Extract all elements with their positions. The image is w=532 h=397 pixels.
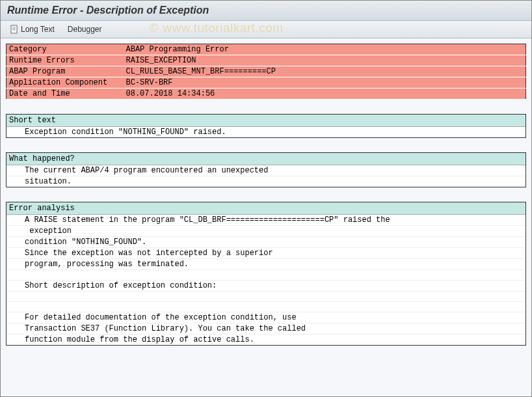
meta-value: ABAP Programming Error bbox=[124, 44, 526, 55]
section-body: The current ABAP/4 program encountered a… bbox=[7, 165, 525, 187]
text-line: A RAISE statement in the program "CL_DB_… bbox=[7, 215, 525, 226]
section-body: A RAISE statement in the program "CL_DB_… bbox=[7, 215, 525, 345]
error-analysis-section: Error analysis A RAISE statement in the … bbox=[6, 202, 526, 346]
text-line: The current ABAP/4 program encountered a… bbox=[7, 165, 525, 176]
text-line: condition "NOTHING_FOUND". bbox=[7, 237, 525, 248]
text-line: Short description of exception condition… bbox=[7, 281, 525, 292]
toolbar: Long Text Debugger bbox=[1, 21, 531, 38]
text-line: Exception condition "NOTHING_FOUND" rais… bbox=[7, 127, 525, 137]
meta-label: ABAP Program bbox=[7, 66, 124, 77]
meta-value: BC-SRV-BRF bbox=[124, 77, 526, 89]
text-line bbox=[7, 292, 525, 302]
content-area: Category ABAP Programming Error Runtime … bbox=[1, 38, 531, 351]
meta-value: 08.07.2018 14:34:56 bbox=[124, 89, 526, 100]
section-header: Error analysis bbox=[7, 202, 525, 215]
section-header: Short text bbox=[7, 115, 525, 127]
text-line: function module from the display of acti… bbox=[7, 335, 525, 345]
text-line: exception bbox=[7, 226, 525, 237]
section-header: What happened? bbox=[7, 153, 525, 165]
short-text-section: Short text Exception condition "NOTHING_… bbox=[6, 114, 526, 138]
text-line: Since the exception was not intercepted … bbox=[7, 248, 525, 259]
what-happened-section: What happened? The current ABAP/4 progra… bbox=[6, 152, 526, 187]
table-row: Runtime Errors RAISE_EXCEPTION bbox=[7, 55, 526, 66]
long-text-label: Long Text bbox=[21, 25, 55, 34]
meta-table: Category ABAP Programming Error Runtime … bbox=[6, 44, 526, 100]
meta-value: RAISE_EXCEPTION bbox=[124, 55, 526, 66]
debugger-button[interactable]: Debugger bbox=[64, 23, 106, 35]
text-line bbox=[7, 270, 525, 281]
page-title: Runtime Error - Description of Exception bbox=[7, 5, 209, 16]
svg-rect-0 bbox=[11, 25, 17, 33]
document-icon bbox=[10, 25, 19, 34]
table-row: Application Component BC-SRV-BRF bbox=[7, 77, 526, 89]
table-row: ABAP Program CL_RULES_BASE_MNT_BRF======… bbox=[7, 66, 526, 77]
text-line: Transaction SE37 (Function Library). You… bbox=[7, 323, 525, 335]
meta-label: Runtime Errors bbox=[7, 55, 124, 66]
text-line: For detailed documentation of the except… bbox=[7, 312, 525, 323]
text-line bbox=[7, 302, 525, 312]
debugger-label: Debugger bbox=[68, 25, 102, 34]
meta-label: Date and Time bbox=[7, 89, 124, 100]
text-line: program, processing was terminated. bbox=[7, 259, 525, 270]
meta-label: Application Component bbox=[7, 77, 124, 89]
table-row: Date and Time 08.07.2018 14:34:56 bbox=[7, 89, 526, 100]
table-row: Category ABAP Programming Error bbox=[7, 44, 526, 55]
text-line: situation. bbox=[7, 176, 525, 187]
meta-value: CL_RULES_BASE_MNT_BRF=========CP bbox=[124, 66, 526, 77]
section-body: Exception condition "NOTHING_FOUND" rais… bbox=[7, 127, 525, 137]
meta-label: Category bbox=[7, 44, 124, 55]
titlebar: Runtime Error - Description of Exception bbox=[1, 1, 531, 21]
long-text-button[interactable]: Long Text bbox=[6, 23, 59, 35]
